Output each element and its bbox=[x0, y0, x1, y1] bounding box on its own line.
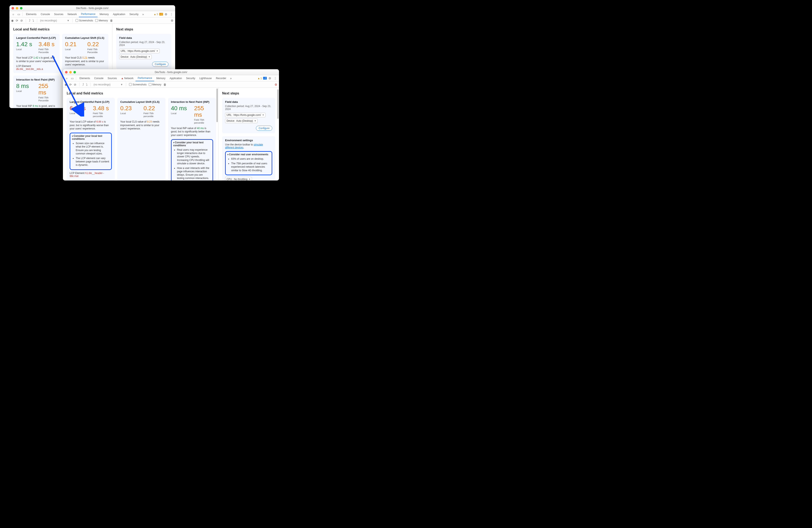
settings-icon[interactable]: ⚙ bbox=[163, 13, 169, 16]
tab-sources[interactable]: Sources bbox=[52, 11, 66, 17]
traffic-lights bbox=[65, 71, 76, 73]
tab-console[interactable]: Console bbox=[92, 75, 105, 81]
scrollbar[interactable] bbox=[277, 89, 278, 119]
reload-icon[interactable]: ⟳ bbox=[16, 19, 18, 22]
tab-elements[interactable]: Elements bbox=[24, 11, 39, 17]
device-toolbar-icon[interactable]: ▭ bbox=[16, 13, 21, 16]
upload-icon[interactable]: ⤴ bbox=[29, 19, 30, 22]
lcp-local-value: 6.88 s bbox=[70, 105, 89, 112]
url-select[interactable]: URL: https://fonts.google.com/▼ bbox=[119, 49, 160, 53]
titlebar: DevTools - fonts.google.com/ bbox=[63, 69, 279, 75]
content: Local and field metrics Largest Contentf… bbox=[63, 88, 279, 181]
cls-card: Cumulative Layout Shift (CLS) 0.21 Local… bbox=[62, 34, 108, 73]
device-select[interactable]: Device: Auto (Desktop)▼ bbox=[119, 55, 152, 59]
device-toolbar-icon[interactable]: ▭ bbox=[70, 76, 75, 80]
window-title: DevTools - fonts.google.com/ bbox=[10, 7, 175, 10]
kebab-menu-icon[interactable]: ⋮ bbox=[273, 76, 278, 80]
scrollbar[interactable] bbox=[217, 88, 218, 122]
minimize-icon[interactable] bbox=[69, 71, 72, 73]
tab-recorder[interactable]: Recorder bbox=[214, 75, 228, 81]
gc-icon[interactable]: 🗑 bbox=[110, 19, 113, 22]
perf-toolbar: ◉ ⟳ ⊘ ⤴ ⤵ (no recordings) ▼ Screenshots … bbox=[63, 82, 279, 88]
titlebar: DevTools - fonts.google.com/ bbox=[10, 5, 175, 11]
recordings-select[interactable]: (no recordings) ▼ bbox=[40, 19, 70, 22]
cls-local-value: 0.23 bbox=[120, 105, 139, 112]
tab-console[interactable]: Console bbox=[39, 11, 52, 17]
inspect-icon[interactable]: ⟐ bbox=[11, 13, 16, 16]
close-icon[interactable] bbox=[12, 7, 14, 10]
env-consider-box: Consider real user environments 83% of u… bbox=[225, 151, 272, 175]
tab-network[interactable]: Network bbox=[66, 11, 79, 17]
warnings-badge[interactable]: ▲ 1 bbox=[257, 77, 263, 80]
lcp-message: Your local LCP 1.42 s is good, and is si… bbox=[16, 56, 57, 63]
next-steps-title: Next steps bbox=[222, 91, 275, 95]
record-icon[interactable]: ◉ bbox=[11, 19, 14, 22]
tab-performance[interactable]: Performance bbox=[79, 11, 98, 17]
tab-performance[interactable]: Performance bbox=[135, 75, 154, 81]
cls-card: Cumulative Layout Shift (CLS) 0.23 Local… bbox=[117, 98, 165, 181]
download-icon[interactable]: ⤵ bbox=[86, 83, 87, 86]
tab-memory[interactable]: Memory bbox=[98, 11, 111, 17]
configure-button[interactable]: Configure bbox=[152, 62, 169, 67]
maximize-icon[interactable] bbox=[20, 7, 23, 10]
cls-local-value: 0.21 bbox=[65, 41, 83, 48]
issues-badge[interactable]: ▪ 2 bbox=[159, 13, 163, 16]
tab-application[interactable]: Application bbox=[168, 75, 184, 81]
more-tabs-icon[interactable]: » bbox=[229, 76, 233, 80]
lcp-local-value: 1.42 s bbox=[16, 41, 34, 48]
recordings-select[interactable]: (no recordings) ▼ bbox=[93, 83, 123, 86]
screenshots-checkbox[interactable]: Screenshots bbox=[129, 83, 147, 86]
tab-security[interactable]: Security bbox=[184, 75, 197, 81]
url-select[interactable]: URL: https://fonts.google.com/▼ bbox=[225, 113, 265, 117]
tab-lighthouse[interactable]: Lighthouse bbox=[197, 75, 214, 81]
settings-icon[interactable]: ⚙ bbox=[267, 76, 272, 80]
inp-consider-details[interactable]: Consider your local test conditions Real… bbox=[173, 141, 211, 180]
lcp-title: Largest Contentful Paint (LCP) bbox=[16, 36, 57, 40]
clear-icon[interactable]: ⊘ bbox=[20, 19, 23, 22]
env-consider-details[interactable]: Consider real user environments 83% of u… bbox=[227, 153, 270, 172]
maximize-icon[interactable] bbox=[73, 71, 76, 73]
memory-checkbox[interactable]: Memory bbox=[95, 19, 108, 22]
tab-application[interactable]: Application bbox=[111, 11, 127, 17]
environment-settings-card: Environment settings Use the device tool… bbox=[222, 136, 275, 181]
inp-card: Interaction to Next Paint (INP) 40 ms Lo… bbox=[168, 98, 216, 181]
tab-network[interactable]: ▲ Network bbox=[119, 75, 135, 81]
issues-badge[interactable]: ▪ 2 bbox=[263, 77, 267, 80]
configure-button[interactable]: Configure bbox=[256, 126, 272, 131]
inp-message: Your local INP 8 ms is good, and is sign… bbox=[16, 104, 56, 108]
minimize-icon[interactable] bbox=[16, 7, 18, 10]
lcp-card: Largest Contentful Paint (LCP) 1.42 s Lo… bbox=[13, 34, 60, 73]
inspect-icon[interactable]: ⟐ bbox=[64, 76, 69, 80]
lcp-element[interactable]: LCP Element h1.tile__header--title.mat bbox=[70, 172, 112, 177]
reload-icon[interactable]: ⟳ bbox=[69, 83, 72, 86]
field-data-card: Field data Collection period: Aug 27, 20… bbox=[116, 34, 171, 69]
more-tabs-icon[interactable]: » bbox=[141, 13, 146, 16]
download-icon[interactable]: ⤵ bbox=[32, 19, 34, 22]
device-select[interactable]: Device: Auto (Desktop)▼ bbox=[225, 118, 258, 123]
screenshots-checkbox[interactable]: Screenshots bbox=[75, 19, 93, 22]
panel-settings-icon[interactable]: ⚙ bbox=[171, 19, 173, 22]
close-icon[interactable] bbox=[65, 71, 68, 73]
kebab-menu-icon[interactable]: ⋮ bbox=[169, 13, 174, 16]
lcp-consider-details[interactable]: Consider your local test conditions Scre… bbox=[72, 134, 110, 167]
main-panel: Local and field metrics Largest Contentf… bbox=[63, 88, 218, 181]
tab-elements[interactable]: Elements bbox=[77, 75, 92, 81]
clear-icon[interactable]: ⊘ bbox=[74, 83, 76, 86]
section-title: Local and field metrics bbox=[67, 91, 216, 95]
record-icon[interactable]: ◉ bbox=[64, 83, 67, 86]
memory-checkbox[interactable]: Memory bbox=[149, 83, 161, 86]
main-toolbar: ⟐ ▭ Elements Console Sources ▲ Network P… bbox=[63, 75, 279, 82]
cpu-throttling-select[interactable]: CPU: No throttling▼ bbox=[225, 177, 252, 181]
lcp-element[interactable]: LCP Element div.tile__text.tile__edu.a bbox=[16, 65, 57, 71]
upload-icon[interactable]: ⤴ bbox=[83, 83, 84, 86]
tab-sources[interactable]: Sources bbox=[105, 75, 119, 81]
cls-field-value: 0.22 bbox=[87, 41, 106, 48]
tab-memory[interactable]: Memory bbox=[154, 75, 168, 81]
panel-settings-icon[interactable]: ⚙ bbox=[275, 83, 277, 86]
tab-security[interactable]: Security bbox=[127, 11, 141, 17]
side-panel: Next steps Field data Collection period:… bbox=[218, 88, 279, 181]
warnings-badge[interactable]: ▲ 3 bbox=[153, 13, 159, 16]
window-title: DevTools - fonts.google.com/ bbox=[63, 71, 279, 74]
gc-icon[interactable]: 🗑 bbox=[163, 83, 166, 86]
collection-period: Collection period: Aug 27, 2024 - Sep 23… bbox=[119, 41, 169, 46]
